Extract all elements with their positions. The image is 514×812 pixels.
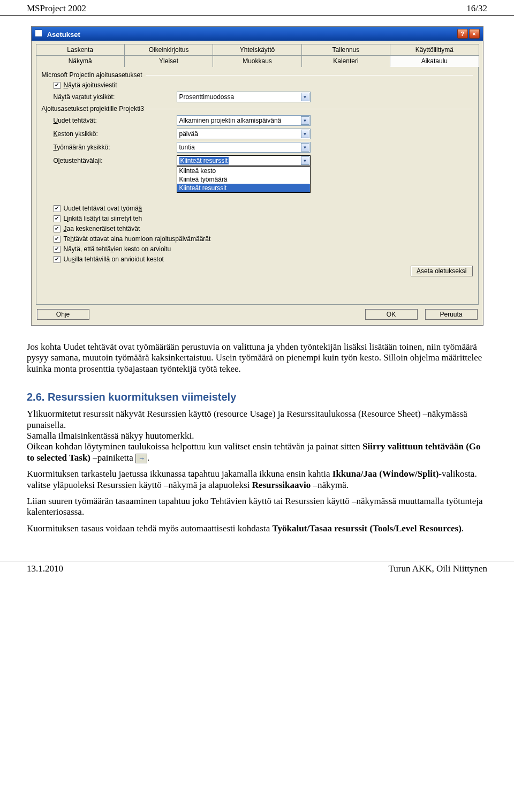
help-icon[interactable]: ? [457,29,468,39]
checkbox-constraints[interactable] [54,236,61,243]
chevron-down-icon: ▼ [301,93,309,101]
tab-nakyma[interactable]: Näkymä [36,55,125,67]
group-title: Microsoft Projectin ajoitusasetukset [42,71,142,79]
paragraph: Ylikuormitetut resurssit näkyvät Resurss… [27,409,487,463]
set-default-button[interactable]: Aseta oletukseksi [411,266,472,276]
header-left: MSProject 2002 [27,3,86,14]
chevron-down-icon: ▼ [301,130,309,138]
goto-selected-task-icon [135,454,147,463]
dropdown-option[interactable]: Kiinteä kesto [177,167,310,175]
paragraph: Kuormituksen tarkastelu jaetussa ikkunas… [27,469,487,491]
app-icon [35,29,42,37]
work-unit-dropdown[interactable]: tuntia ▼ [177,142,311,153]
tab-muokkaus[interactable]: Muokkaus [213,55,301,67]
settings-dialog: Asetukset ? × Laskenta Oikeinkirjoitus Y… [31,26,483,326]
tab-tallennus[interactable]: Tallennus [301,44,390,55]
units-label: Näytä varatut yksiköt: [54,93,177,101]
tab-kalenteri[interactable]: Kalenteri [301,55,390,67]
document-body: Jos kohta Uudet tehtävät ovat työmäärään… [27,342,487,534]
chk-label: Uudet tehtävät ovat työmää [64,205,142,212]
footer-author: Turun AKK, Oili Niittynen [388,563,487,574]
dialog-screenshot: Asetukset ? × Laskenta Oikeinkirjoitus Y… [27,26,487,326]
close-icon[interactable]: × [469,29,480,39]
group-projekti: Ajoitusasetukset projektille Projekti3 [42,105,473,112]
cancel-button[interactable]: Peruuta [425,309,478,320]
tab-kayttoliittyma[interactable]: Käyttöliittymä [390,44,479,55]
chk-label: Uusilla tehtävillä on arvioidut kestot [64,255,164,263]
checkbox-link[interactable] [54,215,61,222]
chk-label: Tehtävät ottavat aina huomioon rajoitusp… [64,235,211,243]
tab-row-2: Näkymä Yleiset Muokkaus Kalenteri Aikata… [36,55,479,67]
help-button[interactable]: Ohje [37,309,89,320]
chevron-down-icon: ▼ [301,156,309,165]
chk-label: Linkitä lisätyt tai siirretyt teh [64,215,142,222]
checkbox-new-estimated[interactable] [54,256,61,263]
tab-laskenta[interactable]: Laskenta [36,44,125,55]
chevron-down-icon: ▼ [301,116,309,125]
checkbox-ajoitusviestit[interactable] [54,82,61,89]
tab-aikataulu[interactable]: Aikataulu [390,55,479,67]
tab-pane: Microsoft Projectin ajoitusasetukset Näy… [36,66,479,305]
header-right: 16/32 [466,3,487,14]
dropdown-option[interactable]: Kiinteä työmäärä [177,175,310,184]
dialog-titlebar: Asetukset ? × [32,27,483,41]
paragraph: Kuormituksen tasaus voidaan tehdä myös a… [27,523,487,534]
chevron-down-icon: ▼ [301,143,309,152]
tab-oikeinkirjoitus[interactable]: Oikeinkirjoitus [124,44,213,55]
section-heading: 2.6. Resurssien kuormituksen viimeistely [27,390,487,403]
default-task-label: Oletustehtävälaji: [54,157,177,164]
page-header: MSProject 2002 16/32 [0,0,514,16]
dialog-title: Asetukset [47,31,80,39]
default-task-dropdown[interactable]: Kiinteät resurssit ▼ [177,155,311,166]
duration-dropdown[interactable]: päivää ▼ [177,129,311,139]
new-tasks-dropdown[interactable]: Alkaminen projektin alkamispäivänä ▼ [177,115,311,126]
checkbox-split[interactable] [54,225,61,232]
dropdown-option-selected[interactable]: Kiinteät resurssit [177,184,310,192]
units-dropdown[interactable]: Prosenttimuodossa ▼ [177,92,311,102]
paragraph: Liian suuren työmäärän tasaaminen tapaht… [27,496,487,518]
ok-button[interactable]: OK [365,309,418,320]
dialog-button-row: Ohje OK Peruuta [32,305,483,325]
tab-yhteiskaytto[interactable]: Yhteiskäyttö [213,44,301,55]
tab-yleiset[interactable]: Yleiset [124,55,213,67]
work-unit-label: Työmäärän yksikkö: [54,144,177,151]
chk-label: Jaa keskeneräiset tehtävät [64,225,140,232]
tab-row-1: Laskenta Oikeinkirjoitus Yhteiskäyttö Ta… [36,44,479,55]
duration-label: Keston yksikkö: [54,130,177,138]
page-footer: 13.1.2010 Turun AKK, Oili Niittynen [0,561,514,583]
paragraph: Jos kohta Uudet tehtävät ovat työmäärään… [27,342,487,374]
group-title-2: Ajoitusasetukset projektille Projekti3 [42,105,144,112]
checkbox-show-estimated[interactable] [54,246,61,253]
chk-label: Näytä ajoitusviestit [64,81,117,89]
default-task-dropdown-list: Kiinteä kesto Kiinteä työmäärä Kiinteät … [177,166,311,193]
footer-date: 13.1.2010 [27,563,63,574]
group-ajoitus: Microsoft Projectin ajoitusasetukset [42,71,473,79]
checkbox-effort-driven[interactable] [54,205,61,212]
chk-label: Näytä, että tehtävien kesto on arvioitu [64,245,171,253]
new-tasks-label: Uudet tehtävät: [54,117,177,124]
